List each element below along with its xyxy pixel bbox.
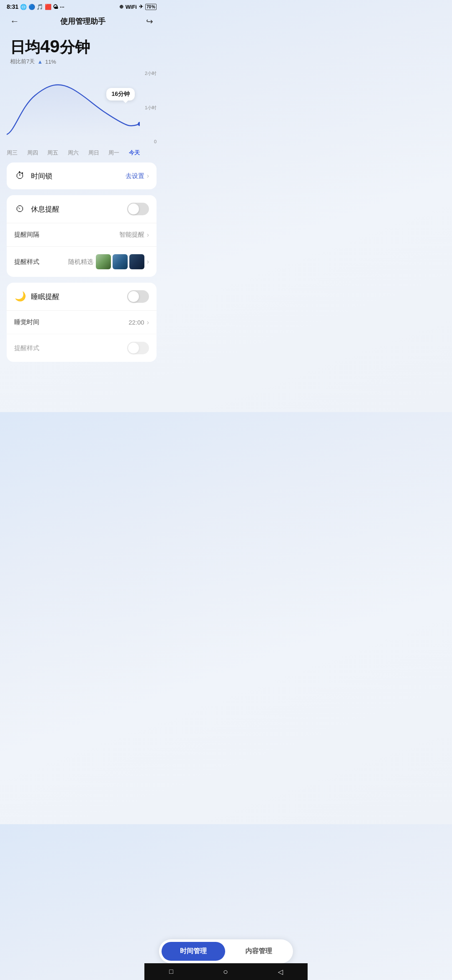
sleep-time-value: 22:00 [128,319,144,326]
wifi-icon: WiFi [126,4,137,10]
thumb-2 [113,254,128,269]
back-button[interactable]: ← [8,14,21,28]
sleep-reminder-card: 🌙 睡眠提醒 睡觉时间 22:00 › 提醒样式 [7,283,157,362]
style-chevron: › [147,258,149,266]
daily-avg-section: 日均49分钟 相比前7天 ▲ 11% [0,33,163,65]
time-lock-action: 去设置 [126,172,144,180]
interval-value: 智能提醒 [119,231,144,239]
x-label-sun: 周日 [88,149,99,157]
sleep-time-chevron: › [147,319,149,326]
header-title: 使用管理助手 [60,16,105,26]
rest-reminder-icon: ⏲ [14,203,26,215]
status-bar: 8:31 🌐 🔵 🎵 🟥 🌤 ··· ⊕ WiFi ✈ 70% [0,0,163,12]
interval-label: 提醒间隔 [14,231,39,239]
chart-x-axis: 周三 周四 周五 周六 周日 周一 今天 [0,145,146,157]
rest-reminder-title: 休息提醒 [31,204,59,214]
time-lock-card: ⏱ 时间锁 去设置 › [7,162,157,189]
sleep-reminder-toggle[interactable] [127,290,149,303]
rest-reminder-card: ⏲ 休息提醒 提醒间隔 智能提醒 › 提醒样式 随机精选 › [7,195,157,277]
sleep-reminder-title: 睡眠提醒 [31,292,59,302]
reminder-style-row[interactable]: 提醒样式 随机精选 › [7,246,157,277]
y-label-2h: 2小时 [141,70,157,77]
header: ← 使用管理助手 ↪ [0,12,163,33]
battery-icon: 70% [145,4,157,10]
sleep-reminder-row: 🌙 睡眠提醒 [7,283,157,310]
x-label-fri: 周五 [47,149,58,157]
interval-chevron: › [147,231,149,239]
sleep-style-toggle[interactable] [127,342,149,354]
sleep-style-label: 提醒样式 [14,344,39,352]
style-thumbs [96,254,144,269]
style-value: 随机精选 [68,258,93,266]
x-label-wed: 周三 [7,149,18,157]
trend-arrow: ▲ [37,59,43,65]
status-left: 8:31 🌐 🔵 🎵 🟥 🌤 ··· [7,3,64,10]
time-lock-icon: ⏱ [14,170,26,182]
y-label-0: 0 [141,139,157,144]
sleep-time-row[interactable]: 睡觉时间 22:00 › [7,310,157,334]
daily-avg-title: 日均49分钟 [10,37,153,56]
x-label-today: 今天 [129,149,140,157]
chart-y-labels: 2小时 1小时 0 [141,70,157,145]
sleep-style-row[interactable]: 提醒样式 [7,334,157,362]
x-label-thu: 周四 [27,149,38,157]
share-button[interactable]: ↪ [144,15,155,28]
time-lock-chevron: › [147,172,149,180]
style-label: 提醒样式 [14,258,39,266]
chart-svg [7,70,140,145]
chart-x-labels-row: 周三 周四 周五 周六 周日 周一 今天 [7,147,140,157]
y-label-1h: 1小时 [141,105,157,111]
x-label-mon: 周一 [108,149,119,157]
sleep-time-label: 睡觉时间 [14,318,39,326]
time-lock-title: 时间锁 [31,171,52,181]
x-label-sat: 周六 [68,149,79,157]
status-right: ⊕ WiFi ✈ 70% [119,4,157,10]
trend-percent: 11% [45,59,56,65]
reminder-interval-row[interactable]: 提醒间隔 智能提醒 › [7,223,157,246]
thumb-1 [96,254,111,269]
status-icons: 🌐 🔵 🎵 🟥 🌤 ··· [20,4,64,10]
airplane-icon: ✈ [139,4,143,10]
rest-reminder-toggle[interactable] [127,203,149,215]
status-time: 8:31 [7,3,18,10]
usage-chart: 16分钟 2小时 1小时 0 [7,70,157,145]
time-lock-row[interactable]: ⏱ 时间锁 去设置 › [7,162,157,189]
rest-reminder-row: ⏲ 休息提醒 [7,195,157,223]
sleep-reminder-icon: 🌙 [14,291,26,302]
sim-icon: ⊕ [119,4,123,10]
thumb-3 [129,254,144,269]
daily-avg-subtitle: 相比前7天 ▲ 11% [10,58,153,65]
